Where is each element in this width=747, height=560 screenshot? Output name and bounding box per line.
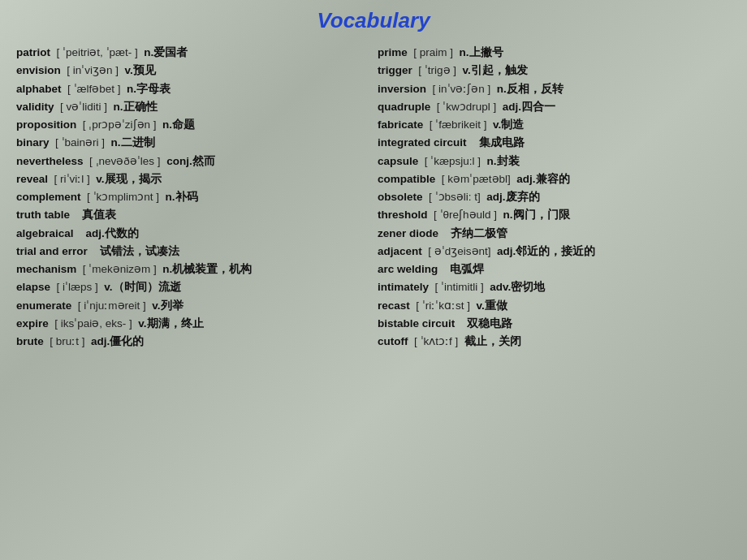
vocabulary-entry: mechanism [ ˈmekənizəm ] n.机械装置，机构 bbox=[16, 261, 369, 278]
word: adjacent bbox=[378, 245, 422, 257]
word: enumerate bbox=[16, 299, 71, 312]
phonetic: [ ˈθreʃhəuld ] bbox=[434, 209, 497, 221]
vocabulary-entry: zener diode 齐纳二极管 bbox=[378, 226, 731, 242]
vocabulary-entry: alphabet [ ˈælfəbet ] n.字母表 bbox=[16, 81, 369, 97]
pos: v. bbox=[152, 299, 160, 312]
phonetic: [ inˈvəːʃən ] bbox=[433, 83, 491, 95]
word: truth table bbox=[16, 209, 70, 221]
word: reveal bbox=[16, 173, 48, 185]
phonetic: [ iksˈpaiə, eks- ] bbox=[54, 317, 132, 330]
vocabulary-entry: envision [ inˈviʒən ] v.预见 bbox=[16, 62, 369, 79]
page: Vocabulary patriot [ ˈpeitriət, ˈpæt- ] … bbox=[0, 0, 747, 560]
word: elapse bbox=[16, 281, 50, 293]
vocabulary-entry: nevertheless [ ˌnevəðəˈles ] conj.然而 bbox=[16, 153, 369, 170]
vocabulary-entry: capsule [ ˈkæpsju:l ] n.封装 bbox=[378, 153, 731, 170]
word: alphabet bbox=[16, 83, 62, 95]
word: algebraical bbox=[16, 227, 74, 239]
meaning: 电弧焊 bbox=[450, 263, 484, 275]
vocabulary-entry: algebraical adj.代数的 bbox=[16, 226, 369, 242]
phonetic: [ ˈmekənizəm ] bbox=[83, 263, 157, 275]
pos: v. bbox=[138, 317, 146, 330]
word: capsule bbox=[378, 155, 418, 167]
phonetic: [ ˈkʌtɔːf ] bbox=[414, 335, 458, 347]
pos: n. bbox=[460, 46, 469, 58]
meaning: 爱国者 bbox=[153, 46, 188, 58]
meaning: 展现，揭示 bbox=[105, 173, 162, 185]
vocabulary-entry: enumerate [ iˈnjuːməreit ] v.列举 bbox=[16, 298, 369, 314]
word: envision bbox=[16, 64, 61, 76]
pos: n. bbox=[497, 83, 507, 95]
pos: adj. bbox=[91, 335, 110, 347]
vocabulary-entry: truth table 真值表 bbox=[16, 207, 369, 223]
phonetic: [ vəˈliditi ] bbox=[60, 101, 107, 113]
meaning: 僵化的 bbox=[110, 335, 144, 347]
word: nevertheless bbox=[16, 155, 84, 167]
phonetic: [ riˈviːl ] bbox=[54, 173, 90, 185]
phonetic: [ ˌprɔpəˈziʃən ] bbox=[83, 118, 157, 131]
meaning: 上撇号 bbox=[469, 46, 503, 58]
phonetic: [ əˈdʒeisənt] bbox=[428, 245, 490, 257]
vocabulary-entry: arc welding 电弧焊 bbox=[378, 261, 731, 278]
meaning: 试错法，试凑法 bbox=[100, 245, 179, 257]
meaning: 字母表 bbox=[136, 83, 171, 95]
phonetic: [ bruːt ] bbox=[50, 335, 84, 347]
word: expire bbox=[16, 317, 49, 330]
vocabulary-entry: cutoff [ ˈkʌtɔːf ] 截止，关闭 bbox=[378, 334, 731, 350]
vocabulary-entry: compatible [ kəmˈpætəbl] adj.兼容的 bbox=[378, 171, 731, 187]
pos: adv. bbox=[490, 281, 511, 293]
phonetic: [ inˈviʒən ] bbox=[67, 64, 119, 76]
phonetic: [ iˈnjuːməreit ] bbox=[78, 299, 146, 312]
vocabulary-entry: quadruple [ ˈkwɔdrupl ] adj.四合一 bbox=[378, 99, 731, 115]
phonetic: [ praim ] bbox=[413, 46, 453, 58]
vocabulary-entry: intimately [ ˈintimitli ] adv.密切地 bbox=[378, 279, 731, 295]
pos: v. bbox=[463, 64, 471, 76]
phonetic: [ ˈintimitli ] bbox=[435, 281, 484, 293]
phonetic: [ iˈlæps ] bbox=[57, 281, 98, 293]
vocabulary-entry: proposition [ ˌprɔpəˈziʃən ] n.命题 bbox=[16, 117, 369, 133]
pos: n. bbox=[166, 191, 175, 203]
word: fabricate bbox=[378, 118, 423, 131]
pos: n. bbox=[144, 46, 153, 58]
pos: n. bbox=[162, 263, 172, 275]
meaning: 引起，触发 bbox=[471, 64, 528, 76]
meaning: 代数的 bbox=[105, 227, 139, 239]
pos: conj. bbox=[166, 155, 192, 167]
meaning: 然而 bbox=[192, 155, 215, 167]
pos: v. bbox=[477, 299, 485, 312]
phonetic: [ ˈbainəri ] bbox=[55, 136, 105, 149]
word: trial and error bbox=[16, 245, 88, 257]
meaning: 期满，终止 bbox=[147, 317, 204, 330]
page-title: Vocabulary bbox=[16, 8, 731, 33]
pos: v. bbox=[493, 118, 501, 131]
pos: adj. bbox=[503, 101, 521, 113]
word: threshold bbox=[378, 209, 428, 221]
meaning: 兼容的 bbox=[536, 173, 570, 185]
word: complement bbox=[16, 191, 81, 203]
meaning: 二进制 bbox=[121, 136, 155, 149]
phonetic: [ ˈkwɔdrupl ] bbox=[437, 101, 497, 113]
pos: n. bbox=[487, 155, 497, 167]
meaning: 补码 bbox=[175, 191, 198, 203]
word: integrated circuit bbox=[378, 136, 467, 149]
vocabulary-entry: fabricate [ ˈfæbrikeit ] v.制造 bbox=[378, 117, 731, 133]
vocabulary-entry: adjacent [ əˈdʒeisənt] adj.邻近的，接近的 bbox=[378, 243, 731, 260]
pos: n. bbox=[503, 209, 513, 221]
pos: n. bbox=[162, 118, 172, 131]
vocabulary-entry: expire [ iksˈpaiə, eks- ] v.期满，终止 bbox=[16, 316, 369, 332]
phonetic: [ ˈpeitriət, ˈpæt- ] bbox=[57, 46, 138, 58]
pos: v. bbox=[104, 281, 112, 293]
word: patriot bbox=[16, 46, 50, 58]
phonetic: [ ˈfæbrikeit ] bbox=[430, 118, 487, 131]
meaning: 机械装置，机构 bbox=[172, 263, 252, 275]
meaning: 邻近的，接近的 bbox=[516, 245, 595, 257]
vocabulary-entry: integrated circuit 集成电路 bbox=[378, 135, 731, 151]
meaning: 密切地 bbox=[511, 281, 545, 293]
right-column: prime [ praim ] n.上撇号trigger [ ˈtrigə ] … bbox=[378, 45, 731, 351]
pos: v. bbox=[125, 64, 133, 76]
meaning: 阀门，门限 bbox=[513, 209, 570, 221]
meaning: 真值表 bbox=[82, 209, 116, 221]
word: inversion bbox=[378, 83, 426, 95]
meaning: 正确性 bbox=[123, 101, 158, 113]
pos: v. bbox=[96, 173, 104, 185]
meaning: 命题 bbox=[172, 118, 195, 131]
